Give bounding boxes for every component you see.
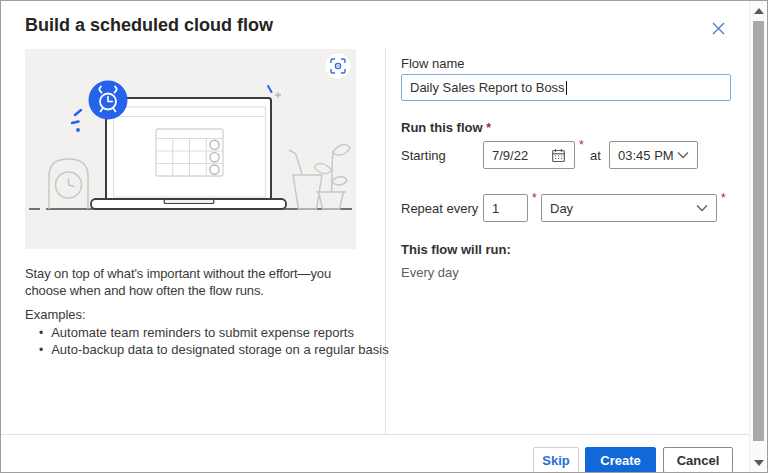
required-asterisk: * <box>579 138 584 152</box>
flow-name-input[interactable]: Daily Sales Report to Boss <box>401 74 731 101</box>
close-button[interactable] <box>707 17 729 39</box>
run-this-flow-label: Run this flow * <box>401 120 491 135</box>
scheduled-cloud-flow-dialog: Build a scheduled cloud flow <box>0 0 768 473</box>
repeat-unit-select[interactable]: Day <box>541 194 717 222</box>
bullet-icon: • <box>39 342 43 358</box>
alarm-clock-icon <box>89 81 128 120</box>
start-date-value: 7/9/22 <box>492 148 528 163</box>
scheduled-flow-illustration <box>25 49 356 249</box>
dialog-title: Build a scheduled cloud flow <box>25 15 273 36</box>
example-item: • Automate team reminders to submit expe… <box>39 325 354 341</box>
scroll-up-icon[interactable] <box>754 8 764 14</box>
chevron-down-icon <box>696 204 708 212</box>
cancel-button[interactable]: Cancel <box>663 447 733 473</box>
scroll-down-icon[interactable] <box>754 460 764 466</box>
examples-heading: Examples: <box>25 307 86 322</box>
repeat-unit-value: Day <box>550 201 573 216</box>
text-cursor <box>566 81 567 95</box>
repeat-interval-input[interactable]: 1 <box>483 194 528 222</box>
description-text: Stay on top of what's important without … <box>25 265 367 299</box>
alarm-ring-ticks <box>72 110 81 132</box>
required-asterisk: * <box>532 191 537 205</box>
screenshot-focus-button[interactable] <box>325 53 351 79</box>
bullet-icon: • <box>39 325 43 341</box>
focus-frame-icon <box>330 58 346 74</box>
starting-label: Starting <box>401 148 446 163</box>
scrollbar-thumb[interactable] <box>753 21 764 441</box>
example-item: • Auto-backup data to designated storage… <box>39 342 389 358</box>
flow-name-value: Daily Sales Report to Boss <box>410 80 565 95</box>
example-item-text: Automate team reminders to submit expens… <box>51 325 354 341</box>
panel-divider <box>385 49 386 434</box>
close-icon <box>712 22 725 35</box>
start-time-value: 03:45 PM <box>618 148 674 163</box>
at-label: at <box>590 148 601 163</box>
repeat-every-label: Repeat every <box>401 201 478 216</box>
required-asterisk: * <box>486 121 491 135</box>
start-time-select[interactable]: 03:45 PM <box>609 141 698 169</box>
required-asterisk: * <box>721 191 726 205</box>
create-button[interactable]: Create <box>585 447 656 473</box>
flow-summary-value: Every day <box>401 265 459 280</box>
vertical-scrollbar[interactable] <box>749 1 767 472</box>
example-item-text: Auto-backup data to designated storage o… <box>51 342 389 358</box>
flow-name-label: Flow name <box>401 56 465 71</box>
start-date-picker[interactable]: 7/9/22 <box>483 141 575 169</box>
repeat-interval-value: 1 <box>492 201 499 216</box>
chevron-down-icon <box>677 151 689 159</box>
skip-button[interactable]: Skip <box>533 447 579 473</box>
footer-divider <box>1 434 752 435</box>
calendar-icon[interactable] <box>551 148 566 163</box>
flow-summary-label: This flow will run: <box>401 242 511 257</box>
illustration-graphic <box>25 49 356 249</box>
